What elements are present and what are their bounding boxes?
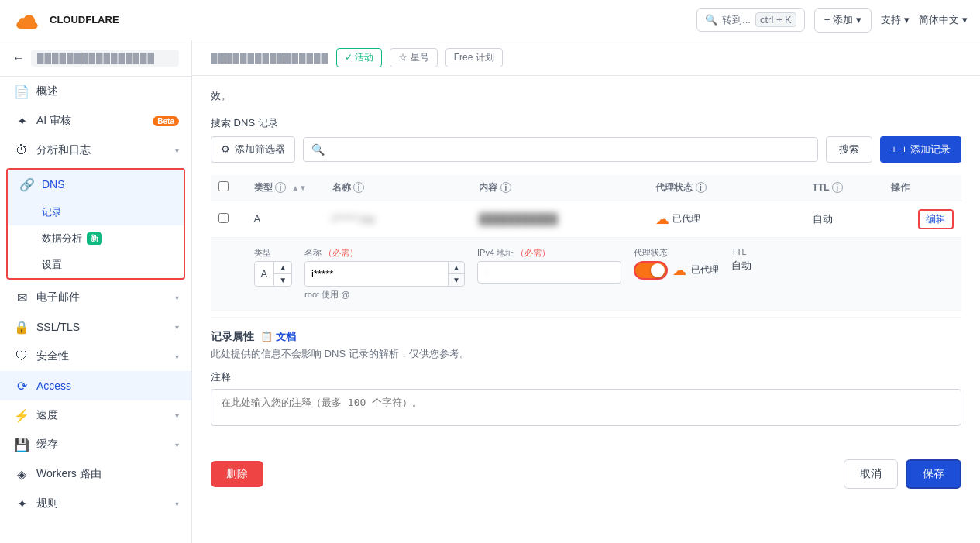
row-checkbox[interactable] (218, 213, 229, 223)
sidebar-item-dns-settings[interactable]: 设置 (8, 252, 184, 278)
name-input[interactable] (305, 262, 448, 286)
ttl-field-label: TTL (731, 247, 751, 256)
sidebar-item-dns[interactable]: 🔗 DNS (8, 170, 184, 199)
top-navigation: CLOUDFLARE 🔍 转到... ctrl + K + 添加 ▾ 支持 ▾ … (0, 0, 980, 40)
top-description: 效。 (211, 88, 961, 104)
proxy-info-icon[interactable]: i (696, 182, 707, 193)
add-button[interactable]: + 添加 ▾ (814, 8, 872, 33)
access-label: Access (36, 380, 179, 392)
global-search[interactable]: 🔍 转到... ctrl + K (696, 8, 805, 32)
col-ttl-label: TTL (813, 182, 830, 193)
col-name-label: 名称 (332, 182, 351, 193)
type-select[interactable]: A ▲ ▼ (254, 261, 293, 287)
save-button[interactable]: 保存 (906, 459, 961, 489)
type-down-icon[interactable]: ▼ (274, 274, 291, 286)
proxy-toggle[interactable] (634, 261, 668, 280)
search-btn-label: 搜索 (839, 143, 859, 155)
action-bar: 删除 取消 保存 (211, 447, 961, 489)
cache-icon: 💾 (15, 438, 29, 452)
row-name: i******.top (325, 201, 472, 237)
type-up-icon[interactable]: ▲ (274, 262, 291, 274)
support-button[interactable]: 支持 ▾ (881, 13, 910, 27)
ipv4-input[interactable] (477, 261, 621, 284)
ssl-chevron-icon: ▾ (175, 323, 179, 332)
proxy-field: 代理状态 ☁ 已代理 (634, 247, 719, 280)
edit-fields: 类型 A ▲ ▼ (254, 247, 954, 301)
star-tag[interactable]: ☆ 星号 (390, 48, 437, 67)
add-record-button[interactable]: + + 添加记录 (880, 136, 961, 163)
content-area: 效。 搜索 DNS 记录 ⚙ 添加筛选器 🔍 搜索 (192, 76, 980, 543)
sidebar-item-workers[interactable]: ◈ Workers 路由 (0, 459, 191, 489)
edit-btn-label: 编辑 (926, 213, 946, 225)
beta-badge: Beta (153, 116, 179, 126)
record-properties: 记录属性 📋 文档 此处提供的信息不会影响 DNS 记录的解析，仅供您参考。 注… (211, 317, 961, 441)
sidebar-item-ssl[interactable]: 🔒 SSL/TLS ▾ (0, 312, 191, 342)
ssl-icon: 🔒 (15, 320, 29, 334)
doc-link-label: 文档 (276, 330, 296, 344)
name-down-icon[interactable]: ▼ (449, 274, 464, 286)
ai-audit-icon: ✦ (15, 114, 29, 128)
toggle-thumb (651, 263, 665, 277)
search-text: 转到... (722, 13, 751, 27)
name-hint: root 使用 @ (304, 289, 465, 301)
add-btn-label: + 添加 (824, 13, 853, 27)
ssl-label: SSL/TLS (36, 321, 167, 333)
sidebar-item-ai-audit[interactable]: ✦ AI 审核 Beta (0, 106, 191, 136)
sidebar-item-cache[interactable]: 💾 缓存 ▾ (0, 430, 191, 459)
type-field: 类型 A ▲ ▼ (254, 247, 293, 287)
rules-icon: ✦ (15, 497, 29, 510)
dns-search-input[interactable] (329, 143, 810, 155)
rules-label: 规则 (36, 497, 167, 510)
proxy-toggle-wrap: ☁ 已代理 (634, 261, 719, 280)
doc-link[interactable]: 📋 文档 (260, 330, 296, 344)
sidebar-item-access[interactable]: ⟳ Access (0, 371, 191, 400)
edit-button[interactable]: 编辑 (918, 209, 954, 229)
col-type-label: 类型 (254, 182, 273, 193)
type-info-icon[interactable]: i (275, 182, 286, 193)
sidebar-item-records[interactable]: 记录 (8, 199, 184, 225)
sidebar-item-analytics[interactable]: ⏱ 分析和日志 ▾ (0, 136, 191, 165)
ttl-value: 自动 (731, 259, 751, 273)
content-info-icon[interactable]: i (500, 182, 511, 193)
select-all-checkbox[interactable] (218, 181, 229, 191)
filter-button[interactable]: ⚙ 添加筛选器 (211, 136, 295, 163)
dns-search-input-wrap: 🔍 (303, 137, 818, 162)
name-label: 名称 （必需） (304, 247, 465, 259)
speed-icon: ⚡ (15, 408, 29, 422)
language-button[interactable]: 简体中文 ▾ (919, 13, 968, 27)
sidebar-item-data-analysis[interactable]: 数据分析 新 (8, 225, 184, 252)
name-info-icon[interactable]: i (353, 182, 364, 193)
main-layout: ← ████████████████ 📄 概述 ✦ AI 审核 Beta ⏱ 分… (0, 40, 980, 543)
sidebar-item-speed[interactable]: ⚡ 速度 ▾ (0, 400, 191, 430)
sidebar-item-security[interactable]: 🛡 安全性 ▾ (0, 342, 191, 371)
name-up-icon[interactable]: ▲ (449, 262, 464, 274)
free-tag: Free 计划 (445, 48, 503, 67)
add-record-icon: + (891, 143, 897, 155)
col-content: 内容 i (471, 175, 648, 201)
type-value: A (255, 263, 274, 284)
search-icon: 🔍 (705, 14, 717, 26)
workers-icon: ◈ (15, 467, 29, 481)
search-magnify-icon: 🔍 (311, 143, 325, 156)
save-btn-label: 保存 (923, 467, 944, 479)
comment-input[interactable] (211, 389, 961, 426)
sidebar-item-email[interactable]: ✉ 电子邮件 ▾ (0, 283, 191, 312)
ttl-info-icon[interactable]: i (832, 182, 843, 193)
cancel-button[interactable]: 取消 (844, 459, 898, 489)
col-type: 类型 i ▲▼ (246, 175, 325, 201)
access-icon: ⟳ (15, 379, 29, 393)
ipv4-field: IPv4 地址 （必需） (477, 247, 621, 284)
sidebar-item-overview[interactable]: 📄 概述 (0, 77, 191, 106)
col-action: 操作 (883, 175, 961, 201)
type-sort-icon[interactable]: ▲▼ (291, 184, 307, 192)
search-button[interactable]: 搜索 (826, 136, 872, 163)
free-tag-label: Free 计划 (454, 51, 494, 64)
speed-label: 速度 (36, 408, 167, 422)
props-title: 记录属性 📋 文档 (211, 330, 961, 344)
edit-cell: 类型 A ▲ ▼ (246, 237, 961, 310)
back-button[interactable]: ← (12, 51, 25, 65)
domain-bar: ████████████████ ✓ 活动 ☆ 星号 Free 计划 (192, 40, 980, 76)
props-description: 此处提供的信息不会影响 DNS 记录的解析，仅供您参考。 (211, 347, 961, 361)
delete-button[interactable]: 删除 (211, 461, 263, 487)
sidebar-item-rules[interactable]: ✦ 规则 ▾ (0, 489, 191, 518)
